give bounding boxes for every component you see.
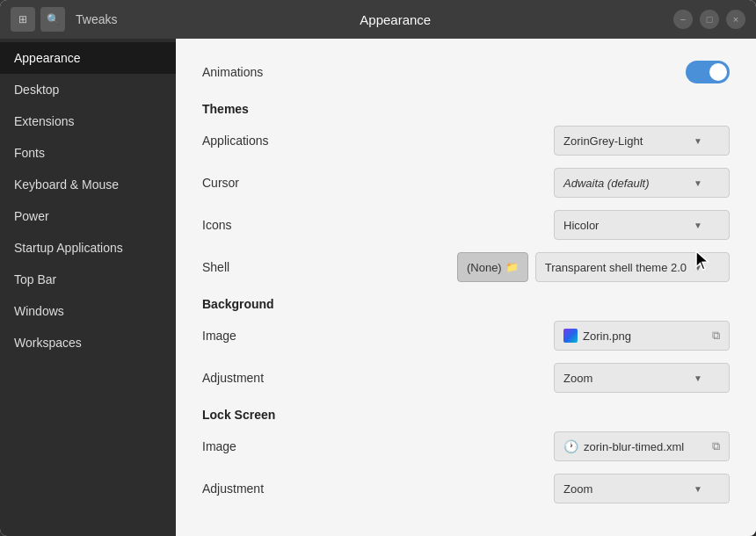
app-name-label: Tweaks: [76, 12, 117, 26]
maximize-button[interactable]: □: [700, 10, 719, 29]
bg-image-row: Image Zorin.png ⧉: [202, 320, 730, 351]
cursor-dropdown-arrow: ▼: [694, 178, 702, 188]
bg-image-selector[interactable]: Zorin.png ⧉: [554, 321, 730, 351]
shell-label: Shell: [202, 260, 229, 274]
animations-row: Animations: [202, 56, 730, 88]
sidebar-item-desktop[interactable]: Desktop: [0, 74, 176, 105]
applications-dropdown-arrow: ▼: [694, 136, 702, 146]
cursor-label: Cursor: [202, 176, 239, 190]
sidebar-item-appearance[interactable]: Appearance: [0, 42, 176, 74]
tweaks-search-icon[interactable]: 🔍: [40, 7, 65, 32]
sidebar-item-fonts[interactable]: Fonts: [0, 137, 176, 169]
themes-section-title: Themes: [202, 102, 730, 116]
background-section-title: Background: [202, 297, 730, 311]
sidebar-item-startup[interactable]: Startup Applications: [0, 232, 176, 264]
icons-label: Icons: [202, 218, 231, 232]
titlebar-app-icons: ⊞ 🔍 Tweaks: [11, 7, 117, 32]
bg-image-label: Image: [202, 329, 236, 343]
lock-adjustment-row: Adjustment Zoom ▼: [202, 473, 730, 504]
sidebar: Appearance Desktop Extensions Fonts Keyb…: [0, 39, 176, 536]
bg-image-thumbnail: [563, 329, 578, 343]
sidebar-item-keyboard-mouse[interactable]: Keyboard & Mouse: [0, 169, 176, 200]
app-window: ⊞ 🔍 Tweaks Appearance − □ × Appearance D…: [0, 0, 756, 536]
main-panel: Animations Themes Applications ZorinGrey…: [176, 39, 756, 536]
window-controls: − □ ×: [673, 10, 745, 29]
lock-image-row: Image 🕐 zorin-blur-timed.xml ⧉: [202, 431, 730, 462]
lock-adjustment-dropdown[interactable]: Zoom ▼: [554, 474, 730, 503]
bg-image-copy-icon: ⧉: [712, 329, 720, 343]
close-button[interactable]: ×: [726, 10, 745, 29]
shell-dropdown-arrow: ▼: [694, 263, 702, 272]
shell-folder-icon: 📁: [505, 261, 519, 273]
content-area: Appearance Desktop Extensions Fonts Keyb…: [0, 39, 756, 536]
bg-adjustment-dropdown-arrow: ▼: [694, 373, 702, 383]
icons-dropdown[interactable]: Hicolor ▼: [554, 210, 730, 240]
applications-label: Applications: [202, 134, 269, 148]
sidebar-item-top-bar[interactable]: Top Bar: [0, 264, 176, 295]
titlebar: ⊞ 🔍 Tweaks Appearance − □ ×: [0, 0, 756, 39]
sidebar-item-extensions[interactable]: Extensions: [0, 105, 176, 137]
sidebar-item-power[interactable]: Power: [0, 200, 176, 232]
icons-dropdown-arrow: ▼: [694, 221, 702, 230]
shell-row: Shell (None) 📁 Transparent shell theme 2…: [202, 251, 730, 283]
bg-adjustment-label: Adjustment: [202, 371, 264, 385]
bg-adjustment-row: Adjustment Zoom ▼: [202, 362, 730, 394]
lock-image-selector[interactable]: 🕐 zorin-blur-timed.xml ⧉: [554, 431, 730, 461]
tweaks-grid-icon[interactable]: ⊞: [11, 7, 35, 32]
minimize-button[interactable]: −: [673, 10, 693, 29]
shell-none-button[interactable]: (None) 📁: [457, 252, 528, 282]
lock-adjustment-label: Adjustment: [202, 482, 264, 496]
animations-toggle[interactable]: [686, 61, 730, 83]
lock-adjustment-dropdown-arrow: ▼: [694, 484, 702, 494]
applications-dropdown[interactable]: ZorinGrey-Light ▼: [554, 126, 730, 156]
sidebar-item-windows[interactable]: Windows: [0, 295, 176, 327]
bg-adjustment-dropdown[interactable]: Zoom ▼: [554, 363, 730, 393]
window-title: Appearance: [117, 12, 673, 27]
shell-dropdown[interactable]: Transparent shell theme 2.0 ▼: [535, 252, 730, 282]
applications-row: Applications ZorinGrey-Light ▼: [202, 125, 730, 156]
lock-image-icon: 🕐: [563, 439, 578, 453]
sidebar-item-workspaces[interactable]: Workspaces: [0, 327, 176, 359]
cursor-dropdown[interactable]: Adwaita (default) ▼: [554, 168, 730, 198]
main-content: Animations Themes Applications ZorinGrey…: [176, 39, 756, 532]
lock-screen-section-title: Lock Screen: [202, 408, 730, 422]
shell-controls: (None) 📁 Transparent shell theme 2.0 ▼: [457, 252, 730, 282]
icons-row: Icons Hicolor ▼: [202, 209, 730, 241]
animations-label: Animations: [202, 65, 263, 79]
lock-image-copy-icon: ⧉: [712, 439, 720, 453]
cursor-row: Cursor Adwaita (default) ▼: [202, 167, 730, 199]
lock-image-label: Image: [202, 439, 236, 453]
